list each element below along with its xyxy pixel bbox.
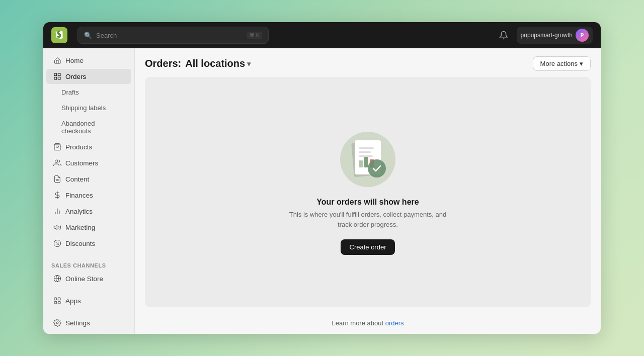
finances-label: Finances — [65, 192, 93, 199]
marketing-icon — [53, 223, 61, 231]
location-label: All locations — [185, 58, 245, 69]
topbar: 🔍 Search ⌘ K popupsmart-growth P — [43, 22, 601, 48]
svg-point-6 — [55, 160, 57, 162]
empty-state-container: Your orders will show here This is where… — [145, 77, 591, 307]
orders-label: Orders — [65, 73, 86, 80]
search-icon: 🔍 — [84, 32, 92, 39]
sidebar-item-finances[interactable]: Finances — [46, 188, 131, 203]
location-button[interactable]: All locations ▾ — [185, 58, 251, 69]
customers-label: Customers — [65, 159, 98, 167]
content-area: Orders: All locations ▾ More actions ▾ — [135, 48, 601, 334]
discounts-label: Discounts — [65, 240, 95, 247]
abandoned-checkouts-label: Abandoned checkouts — [61, 120, 124, 135]
main-layout: Home Orders Drafts Shipping labels Aband… — [43, 48, 601, 334]
svg-rect-26 — [359, 147, 374, 149]
store-name: popupsmart-growth — [521, 32, 573, 39]
sidebar-item-content[interactable]: Content — [46, 171, 131, 187]
store-badge[interactable]: popupsmart-growth P — [517, 27, 593, 44]
sales-channels-label: Sales channels — [43, 257, 134, 271]
svg-point-14 — [56, 242, 57, 243]
learn-more-prefix: Learn more about — [332, 319, 383, 327]
svg-point-32 — [368, 159, 386, 177]
create-order-button[interactable]: Create order — [341, 239, 395, 255]
svg-rect-2 — [58, 73, 60, 76]
create-order-label: Create order — [350, 243, 386, 251]
chevron-down-icon: ▾ — [247, 60, 251, 68]
finances-icon — [53, 191, 61, 199]
sidebar-item-home[interactable]: Home — [46, 53, 131, 68]
svg-marker-13 — [54, 225, 57, 229]
svg-rect-30 — [364, 157, 368, 167]
settings-label: Settings — [65, 319, 90, 327]
home-label: Home — [65, 57, 84, 64]
svg-rect-27 — [359, 151, 371, 153]
non-transferable: ✕ Non-transferable — [46, 333, 131, 334]
sidebar-item-orders[interactable]: Orders — [46, 69, 131, 84]
sidebar-item-analytics[interactable]: Analytics — [46, 204, 131, 219]
svg-rect-4 — [54, 77, 57, 79]
empty-description: This is where you'll fulfill orders, col… — [287, 210, 448, 229]
apps-icon — [53, 297, 61, 305]
sidebar-item-shipping-labels[interactable]: Shipping labels — [46, 101, 131, 115]
products-icon — [53, 143, 61, 151]
content-icon — [53, 175, 61, 183]
sidebar-item-discounts[interactable]: Discounts — [46, 236, 131, 251]
analytics-label: Analytics — [65, 208, 93, 215]
content-label: Content — [65, 175, 89, 183]
svg-point-22 — [56, 322, 58, 324]
learn-more-link[interactable]: orders — [385, 319, 404, 327]
shipping-labels-label: Shipping labels — [61, 104, 106, 112]
svg-rect-29 — [359, 160, 363, 167]
orders-icon — [53, 72, 61, 80]
svg-point-15 — [58, 244, 59, 245]
apps-label: Apps — [65, 297, 81, 305]
products-label: Products — [65, 143, 92, 151]
search-shortcut: ⌘ K — [247, 32, 262, 39]
svg-rect-20 — [54, 301, 57, 304]
empty-title: Your orders will show here — [316, 198, 419, 207]
settings-icon — [53, 319, 61, 327]
online-store-icon — [53, 275, 61, 283]
online-store-label: Online Store — [65, 275, 103, 283]
drafts-label: Drafts — [61, 88, 79, 96]
logo-area — [51, 27, 67, 43]
discounts-icon — [53, 239, 61, 247]
search-bar[interactable]: 🔍 Search ⌘ K — [77, 27, 269, 44]
home-icon — [53, 56, 61, 64]
svg-rect-28 — [359, 155, 373, 157]
sidebar-item-settings[interactable]: Settings — [46, 315, 131, 330]
marketing-label: Marketing — [65, 224, 95, 231]
sidebar-item-online-store[interactable]: Online Store — [46, 271, 131, 286]
avatar: P — [576, 29, 589, 42]
more-actions-label: More actions — [540, 60, 578, 67]
sidebar-item-drafts[interactable]: Drafts — [46, 85, 131, 100]
shopify-logo-icon — [51, 27, 67, 43]
svg-rect-3 — [58, 77, 60, 79]
svg-rect-21 — [58, 301, 60, 304]
page-title: Orders: — [145, 58, 181, 69]
app-window: 🔍 Search ⌘ K popupsmart-growth P — [43, 22, 601, 334]
customers-icon — [53, 159, 61, 167]
analytics-icon — [53, 207, 61, 215]
sidebar-item-products[interactable]: Products — [46, 139, 131, 154]
sidebar-item-customers[interactable]: Customers — [46, 155, 131, 170]
page-title-row: Orders: All locations ▾ — [145, 58, 251, 69]
sidebar-item-marketing[interactable]: Marketing — [46, 220, 131, 235]
svg-rect-18 — [54, 298, 57, 300]
notifications-button[interactable] — [496, 27, 512, 43]
sidebar-item-abandoned-checkouts[interactable]: Abandoned checkouts — [46, 116, 131, 138]
more-actions-button[interactable]: More actions ▾ — [533, 56, 591, 71]
svg-rect-19 — [58, 298, 60, 300]
sidebar-item-apps[interactable]: Apps — [46, 293, 131, 308]
more-actions-chevron-icon: ▾ — [580, 60, 583, 67]
sidebar: Home Orders Drafts Shipping labels Aband… — [43, 48, 135, 334]
empty-orders-illustration — [338, 129, 398, 190]
search-placeholder: Search — [96, 32, 243, 39]
learn-more-row: Learn more about orders — [135, 315, 601, 334]
svg-rect-1 — [54, 73, 57, 76]
content-header: Orders: All locations ▾ More actions ▾ — [135, 48, 601, 77]
topbar-right: popupsmart-growth P — [496, 27, 593, 44]
